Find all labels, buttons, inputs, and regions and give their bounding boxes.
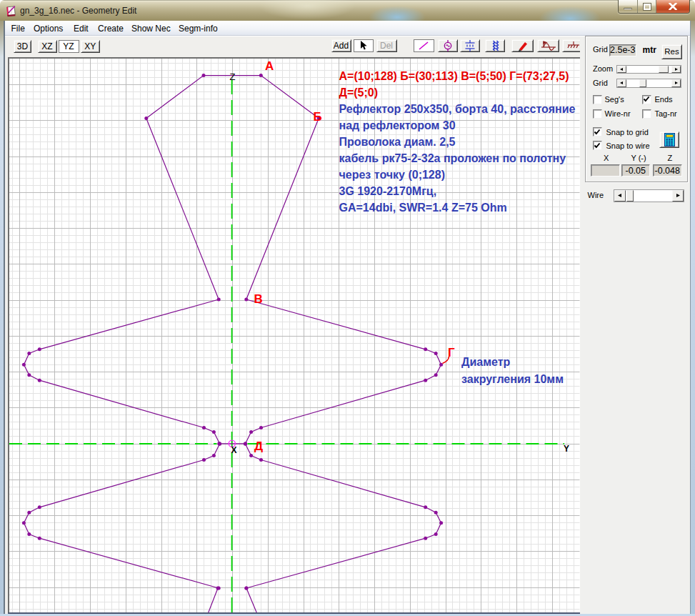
svg-text:Рефлектор 250х350, борта 40, р: Рефлектор 250х350, борта 40, расстояние xyxy=(339,103,576,115)
svg-text:через точку (0;128): через точку (0;128) xyxy=(339,169,445,181)
svg-text:В: В xyxy=(254,292,263,306)
svg-text:Диаметр: Диаметр xyxy=(461,356,510,368)
svg-text:Z: Z xyxy=(230,71,236,82)
svg-text:Д: Д xyxy=(254,439,263,453)
svg-text:А=(10;128) Б=(30;113) В=(5;50): А=(10;128) Б=(30;113) В=(5;50) Г=(73;27,… xyxy=(339,70,569,82)
svg-text:А: А xyxy=(265,59,274,73)
svg-text:Y: Y xyxy=(564,444,569,454)
svg-text:Г: Г xyxy=(448,346,455,359)
svg-text:X: X xyxy=(231,445,237,455)
svg-text:GA=14dbi, SWR=1.4 Z=75 Ohm: GA=14dbi, SWR=1.4 Z=75 Ohm xyxy=(339,202,507,214)
svg-text:Проволока диам. 2,5: Проволока диам. 2,5 xyxy=(339,136,456,148)
svg-text:Д=(5;0): Д=(5;0) xyxy=(339,86,379,99)
svg-text:Б: Б xyxy=(314,110,322,124)
svg-text:3G 1920-2170Мгц,: 3G 1920-2170Мгц, xyxy=(339,185,437,197)
svg-text:закругления 10мм: закругления 10мм xyxy=(461,373,564,385)
svg-text:кабель рк75-2-32а проложен по: кабель рк75-2-32а проложен по полотну xyxy=(339,152,566,164)
svg-text:над рефлектором 30: над рефлектором 30 xyxy=(339,119,456,131)
